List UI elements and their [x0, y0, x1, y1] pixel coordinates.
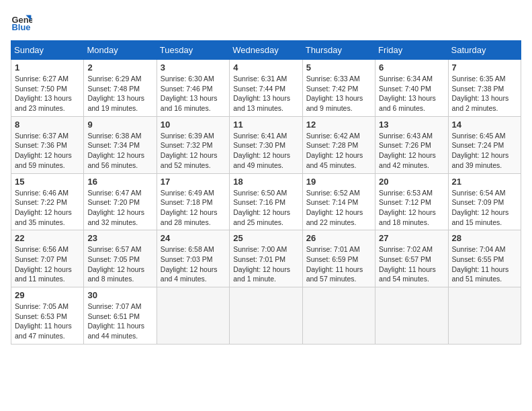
calendar-cell: 22 Sunrise: 6:56 AMSunset: 7:07 PMDaylig…: [11, 230, 84, 287]
calendar-cell: 13 Sunrise: 6:43 AMSunset: 7:26 PMDaylig…: [375, 116, 448, 173]
cell-info: Sunrise: 7:05 AMSunset: 6:53 PMDaylight:…: [15, 302, 72, 340]
calendar-week-2: 8 Sunrise: 6:37 AMSunset: 7:36 PMDayligh…: [11, 116, 521, 173]
cell-info: Sunrise: 6:35 AMSunset: 7:38 PMDaylight:…: [452, 75, 509, 112]
day-number: 1: [15, 62, 80, 73]
day-number: 2: [87, 62, 152, 73]
calendar-week-5: 29 Sunrise: 7:05 AMSunset: 6:53 PMDaylig…: [11, 287, 521, 345]
cell-info: Sunrise: 7:07 AMSunset: 6:51 PMDaylight:…: [87, 302, 144, 340]
day-number: 26: [306, 233, 371, 243]
header: General Blue: [11, 11, 521, 32]
calendar-cell: 8 Sunrise: 6:37 AMSunset: 7:36 PMDayligh…: [11, 116, 84, 173]
cell-info: Sunrise: 6:38 AMSunset: 7:34 PMDaylight:…: [87, 132, 144, 169]
calendar-cell: 24 Sunrise: 6:58 AMSunset: 7:03 PMDaylig…: [157, 230, 229, 287]
cell-info: Sunrise: 6:41 AMSunset: 7:30 PMDaylight:…: [233, 132, 290, 169]
calendar-cell: 4 Sunrise: 6:31 AMSunset: 7:44 PMDayligh…: [230, 60, 302, 117]
day-number: 19: [306, 177, 371, 187]
day-number: 17: [161, 177, 226, 187]
day-number: 3: [161, 62, 226, 73]
svg-text:Blue: Blue: [12, 22, 31, 32]
day-header-wednesday: Wednesday: [230, 41, 302, 60]
day-number: 10: [161, 120, 226, 130]
calendar-cell: 12 Sunrise: 6:42 AMSunset: 7:28 PMDaylig…: [302, 116, 375, 173]
calendar-cell: [157, 287, 229, 345]
cell-info: Sunrise: 6:54 AMSunset: 7:09 PMDaylight:…: [452, 189, 509, 226]
cell-info: Sunrise: 6:39 AMSunset: 7:32 PMDaylight:…: [161, 132, 218, 169]
cell-info: Sunrise: 7:00 AMSunset: 7:01 PMDaylight:…: [233, 245, 290, 283]
calendar-cell: 9 Sunrise: 6:38 AMSunset: 7:34 PMDayligh…: [84, 116, 157, 173]
header-row: SundayMondayTuesdayWednesdayThursdayFrid…: [11, 41, 521, 60]
calendar-cell: 14 Sunrise: 6:45 AMSunset: 7:24 PMDaylig…: [448, 116, 521, 173]
day-number: 30: [87, 290, 152, 300]
day-number: 6: [379, 62, 444, 73]
cell-info: Sunrise: 6:56 AMSunset: 7:07 PMDaylight:…: [15, 245, 72, 283]
day-number: 13: [379, 120, 444, 130]
day-number: 5: [306, 62, 371, 73]
calendar-week-1: 1 Sunrise: 6:27 AMSunset: 7:50 PMDayligh…: [11, 60, 521, 117]
day-number: 16: [87, 177, 152, 187]
day-number: 4: [233, 62, 298, 73]
cell-info: Sunrise: 6:53 AMSunset: 7:12 PMDaylight:…: [379, 189, 436, 226]
day-number: 18: [233, 177, 298, 187]
calendar-cell: 27 Sunrise: 7:02 AMSunset: 6:57 PMDaylig…: [375, 230, 448, 287]
logo-icon: General Blue: [11, 11, 32, 32]
day-header-thursday: Thursday: [302, 41, 375, 60]
day-header-sunday: Sunday: [11, 41, 84, 60]
calendar-table: SundayMondayTuesdayWednesdayThursdayFrid…: [11, 40, 521, 345]
calendar-cell: 28 Sunrise: 7:04 AMSunset: 6:55 PMDaylig…: [448, 230, 521, 287]
cell-info: Sunrise: 7:02 AMSunset: 6:57 PMDaylight:…: [379, 245, 436, 283]
calendar-cell: 26 Sunrise: 7:01 AMSunset: 6:59 PMDaylig…: [302, 230, 375, 287]
cell-info: Sunrise: 6:33 AMSunset: 7:42 PMDaylight:…: [306, 75, 363, 112]
cell-info: Sunrise: 6:50 AMSunset: 7:16 PMDaylight:…: [233, 189, 290, 226]
cell-info: Sunrise: 6:27 AMSunset: 7:50 PMDaylight:…: [15, 75, 72, 112]
calendar-cell: 7 Sunrise: 6:35 AMSunset: 7:38 PMDayligh…: [448, 60, 521, 117]
calendar-cell: [375, 287, 448, 345]
cell-info: Sunrise: 6:42 AMSunset: 7:28 PMDaylight:…: [306, 132, 363, 169]
day-number: 12: [306, 120, 371, 130]
cell-info: Sunrise: 6:31 AMSunset: 7:44 PMDaylight:…: [233, 75, 290, 112]
calendar-cell: 11 Sunrise: 6:41 AMSunset: 7:30 PMDaylig…: [230, 116, 302, 173]
day-number: 8: [15, 120, 80, 130]
calendar-cell: 17 Sunrise: 6:49 AMSunset: 7:18 PMDaylig…: [157, 173, 229, 230]
day-number: 22: [15, 233, 80, 243]
day-number: 20: [379, 177, 444, 187]
cell-info: Sunrise: 6:46 AMSunset: 7:22 PMDaylight:…: [15, 189, 72, 226]
day-header-saturday: Saturday: [448, 41, 521, 60]
logo: General Blue: [11, 11, 35, 32]
calendar-cell: 3 Sunrise: 6:30 AMSunset: 7:46 PMDayligh…: [157, 60, 229, 117]
calendar-cell: 6 Sunrise: 6:34 AMSunset: 7:40 PMDayligh…: [375, 60, 448, 117]
calendar-cell: 20 Sunrise: 6:53 AMSunset: 7:12 PMDaylig…: [375, 173, 448, 230]
calendar-cell: [448, 287, 521, 345]
calendar-cell: 23 Sunrise: 6:57 AMSunset: 7:05 PMDaylig…: [84, 230, 157, 287]
calendar-cell: 10 Sunrise: 6:39 AMSunset: 7:32 PMDaylig…: [157, 116, 229, 173]
calendar-week-4: 22 Sunrise: 6:56 AMSunset: 7:07 PMDaylig…: [11, 230, 521, 287]
cell-info: Sunrise: 6:57 AMSunset: 7:05 PMDaylight:…: [87, 245, 144, 283]
calendar-cell: [302, 287, 375, 345]
day-number: 21: [452, 177, 517, 187]
calendar-cell: 19 Sunrise: 6:52 AMSunset: 7:14 PMDaylig…: [302, 173, 375, 230]
day-number: 7: [452, 62, 517, 73]
calendar-cell: 16 Sunrise: 6:47 AMSunset: 7:20 PMDaylig…: [84, 173, 157, 230]
day-header-monday: Monday: [84, 41, 157, 60]
day-header-friday: Friday: [375, 41, 448, 60]
cell-info: Sunrise: 6:49 AMSunset: 7:18 PMDaylight:…: [161, 189, 218, 226]
calendar-cell: 30 Sunrise: 7:07 AMSunset: 6:51 PMDaylig…: [84, 287, 157, 345]
day-number: 27: [379, 233, 444, 243]
calendar-cell: 25 Sunrise: 7:00 AMSunset: 7:01 PMDaylig…: [230, 230, 302, 287]
calendar-cell: 2 Sunrise: 6:29 AMSunset: 7:48 PMDayligh…: [84, 60, 157, 117]
cell-info: Sunrise: 6:29 AMSunset: 7:48 PMDaylight:…: [87, 75, 144, 112]
calendar-cell: 18 Sunrise: 6:50 AMSunset: 7:16 PMDaylig…: [230, 173, 302, 230]
day-number: 29: [15, 290, 80, 300]
cell-info: Sunrise: 6:43 AMSunset: 7:26 PMDaylight:…: [379, 132, 436, 169]
calendar-cell: 5 Sunrise: 6:33 AMSunset: 7:42 PMDayligh…: [302, 60, 375, 117]
cell-info: Sunrise: 7:01 AMSunset: 6:59 PMDaylight:…: [306, 245, 363, 283]
day-number: 11: [233, 120, 298, 130]
cell-info: Sunrise: 6:58 AMSunset: 7:03 PMDaylight:…: [161, 245, 218, 283]
cell-info: Sunrise: 6:34 AMSunset: 7:40 PMDaylight:…: [379, 75, 436, 112]
day-number: 23: [87, 233, 152, 243]
calendar-cell: [230, 287, 302, 345]
calendar-week-3: 15 Sunrise: 6:46 AMSunset: 7:22 PMDaylig…: [11, 173, 521, 230]
day-number: 14: [452, 120, 517, 130]
day-header-tuesday: Tuesday: [157, 41, 229, 60]
day-number: 25: [233, 233, 298, 243]
day-number: 9: [87, 120, 152, 130]
